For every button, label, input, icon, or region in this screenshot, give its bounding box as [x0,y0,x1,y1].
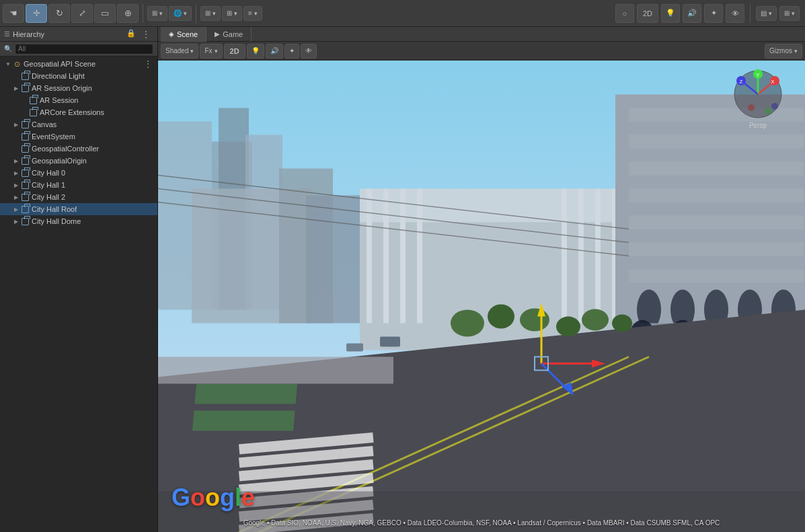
orientation-gizmo-svg: X Y Z [731,67,785,121]
layers-snap-dropdown[interactable]: ≡ ▾ [243,6,262,21]
gizmos-label: Gizmos [769,47,792,54]
2d-toggle[interactable]: 2D [637,4,658,23]
gizmos-dropdown[interactable]: Gizmos ▾ [765,44,802,59]
effects-dropdown[interactable]: ✦ [284,44,299,59]
lighting-btn[interactable]: ○ [615,4,634,23]
scene-tabs: ◈ Scene ▶ Game [158,27,805,42]
hierarchy-item-ar-session-origin[interactable]: ▶ AR Session Origin [0,82,157,94]
effects-toggle-btn[interactable]: ✦ [704,4,723,23]
global-dropdown[interactable]: 🌐 ▾ [169,6,192,21]
cube-icon-directional-light [20,71,30,81]
move-snap-dropdown[interactable]: ⊞ ▾ [222,6,242,21]
hierarchy-search-input[interactable] [15,44,153,54]
lighting-dropdown[interactable]: 💡 [247,44,264,59]
hierarchy-item-city-hall-0[interactable]: ▶ City Hall 0 [0,167,157,179]
move-snap-arrow: ▾ [234,10,237,17]
svg-point-49 [451,310,484,337]
effects-icon-scene: ✦ [289,47,295,54]
svg-rect-24 [629,243,804,256]
hierarchy-item-geospatial-origin[interactable]: ▶ GeospatialOrigin [0,155,157,167]
fx-arrow: ▾ [215,48,218,54]
svg-point-54 [612,315,632,332]
svg-point-53 [582,309,609,331]
hierarchy-item-city-hall-roof[interactable]: ▶ City Hall Roof [0,203,157,215]
move-snap-icon: ⊞ [227,9,232,17]
arrow-geospatial-scene: ▼ [4,60,12,68]
audio-toggle-btn[interactable]: 🔊 [683,4,701,23]
hierarchy-dots-menu[interactable]: ⋮ [139,29,153,40]
layout-dropdown[interactable]: ⊞ ▾ [779,6,800,21]
google-watermark: Google [171,484,255,512]
svg-rect-12 [400,189,406,324]
snap-arrow: ▾ [213,10,216,17]
svg-rect-46 [195,384,298,404]
svg-point-79 [765,108,771,114]
hierarchy-item-ar-session[interactable]: ▶ AR Session [0,94,157,106]
label-geospatial-origin: GeospatialOrigin [32,157,87,165]
scene-dots-menu[interactable]: ⋮ [141,59,155,69]
hierarchy-item-city-hall-1[interactable]: ▶ City Hall 1 [0,179,157,191]
2d-toggle-scene[interactable]: 2D [224,44,245,59]
arrow-canvas: ▶ [12,120,20,128]
search-icon: 🔍 [4,45,12,52]
hierarchy-item-arcore-extensions[interactable]: ▶ ARCore Extensions [0,106,157,118]
light-toggle-btn[interactable]: 💡 [661,4,680,23]
tab-scene[interactable]: ◈ Scene [161,27,206,42]
hand-tool-btn[interactable]: ☚ [3,4,24,23]
global-arrow: ▾ [184,10,187,17]
label-geospatial-scene: Geospatial API Scene [24,60,95,68]
rotate-tool-btn[interactable]: ↻ [48,4,70,23]
transform-tool-btn[interactable]: ⊕ [117,4,139,23]
hierarchy-lock-icon[interactable]: 🔒 [126,29,136,40]
fx-dropdown[interactable]: Fx ▾ [200,44,222,59]
pivot-dropdown[interactable]: ⊞ ▾ [147,6,167,21]
audio-dropdown[interactable]: 🔊 [266,44,283,59]
visibility-dropdown[interactable]: 👁 [301,44,317,59]
toolbar-left: ☚ ✛ ↻ ⤢ ▭ ⊕ ⊞ ▾ 🌐 ▾ ⊞ ▾ [0,4,265,23]
pivot-icon: ⊞ [152,9,157,17]
separator-1 [143,4,143,23]
label-city-hall-2: City Hall 2 [32,193,65,201]
pivot-group: ⊞ ▾ 🌐 ▾ [147,6,192,21]
shading-arrow: ▾ [190,48,194,54]
tab-game[interactable]: ▶ Game [206,27,252,42]
svg-rect-48 [158,357,393,384]
cube-icon-geospatial-controller [20,144,30,153]
svg-text:X: X [771,79,775,85]
audio-icon-scene: 🔊 [270,47,278,54]
cube-icon-city-hall-0 [20,168,30,178]
scale-tool-btn[interactable]: ⤢ [71,4,93,23]
arrow-geospatial-origin: ▶ [12,157,20,165]
persp-label: Persp [731,122,785,129]
arrow-ar-session-origin: ▶ [12,84,20,92]
hierarchy-item-city-hall-dome[interactable]: ▶ City Hall Dome [0,215,157,227]
hierarchy-item-city-hall-2[interactable]: ▶ City Hall 2 [0,191,157,203]
snap-dropdown[interactable]: ⊞ ▾ [200,6,221,21]
svg-text:Z: Z [740,79,743,85]
label-directional-light: Directional Light [32,72,85,80]
svg-rect-21 [629,162,804,176]
cube-icon-event-system [20,132,30,141]
layers-dropdown[interactable]: ▤ ▾ [756,6,777,21]
hierarchy-item-canvas[interactable]: ▶ Canvas [0,118,157,130]
hierarchy-item-geospatial-controller[interactable]: ▶ GeospatialController [0,143,157,155]
move-tool-btn[interactable]: ✛ [26,4,47,23]
hierarchy-item-directional-light[interactable]: ▶ Directional Light [0,70,157,82]
hierarchy-item-geospatial-scene[interactable]: ▼ ⊙ Geospatial API Scene ⋮ [0,58,157,70]
label-canvas: Canvas [32,120,56,128]
shading-dropdown[interactable]: Shaded ▾ [161,44,198,59]
gizmo-overlay[interactable]: X Y Z Persp [731,67,785,121]
scene-view-toolbar: Shaded ▾ Fx ▾ 2D 💡 🔊 ✦ 👁 Gizmos [158,42,805,61]
scene-viewport[interactable]: X Y Z Persp Google Googl [158,61,805,532]
layout-icon: ⊞ [784,9,790,17]
cube-icon-geospatial-origin [20,156,30,165]
cube-icon-ar-session-origin [20,83,30,93]
svg-rect-55 [380,337,400,347]
hierarchy-item-event-system[interactable]: ▶ EventSystem [0,130,157,143]
arrow-city-hall-dome: ▶ [12,217,20,225]
transform-tools-group: ☚ ✛ ↻ ⤢ ▭ ⊕ [3,4,139,23]
visibility-toggle-btn[interactable]: 👁 [726,4,744,23]
rect-tool-btn[interactable]: ▭ [94,4,116,23]
label-city-hall-dome: City Hall Dome [32,217,81,225]
layers-icon: ▤ [761,9,767,17]
